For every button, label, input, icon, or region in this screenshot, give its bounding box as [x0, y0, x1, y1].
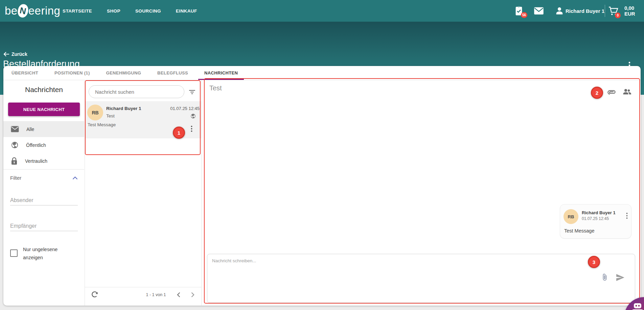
filter-section-header[interactable]: Filter [10, 175, 78, 181]
logo-text-prefix: be [5, 4, 18, 17]
message-sender: Richard Buyer 1 [106, 106, 141, 111]
filter-title: Filter [10, 175, 21, 181]
messages-panel-title: Nachrichten [3, 86, 85, 94]
sender-filter-input[interactable] [10, 195, 78, 205]
chevron-up-icon [72, 176, 78, 180]
sidebar-item-label: Öffentlich [26, 142, 46, 148]
logo[interactable]: beNeering [5, 3, 60, 19]
sidebar-divider [3, 169, 84, 170]
send-icon[interactable] [616, 274, 625, 281]
bubble-more-icon[interactable] [626, 213, 628, 219]
new-message-button[interactable]: NEUE NACHRICHT [8, 103, 80, 116]
message-search [89, 85, 184, 98]
sidebar-item-label: Vertraulich [25, 158, 47, 164]
chat-message-bubble: RB Richard Buyer 1 01.07.25 12:45 Test M… [560, 204, 631, 239]
message-preview: Test Message [88, 122, 116, 127]
mail-icon[interactable] [534, 7, 545, 18]
message-list-item[interactable]: RB Richard Buyer 1 01.07.25 12:45 Test T… [85, 101, 201, 138]
column-divider-right [201, 80, 202, 306]
attach-file-icon[interactable] [601, 273, 608, 282]
chevron-left-icon[interactable] [176, 291, 182, 298]
back-label: Zurück [12, 51, 27, 57]
annotation-badge-2: 2 [591, 87, 603, 99]
tab-genehmigung[interactable]: GENEHMIGUNG [98, 66, 150, 80]
avatar: RB [87, 105, 103, 120]
navbar-divider [605, 5, 605, 17]
bubble-text: Test Message [564, 228, 594, 234]
nav-item-startseite[interactable]: STARTSEITE [63, 8, 92, 14]
nav-item-einkauf[interactable]: EINKAUF [176, 8, 197, 14]
globe-icon [190, 113, 196, 119]
approvals-badge: 56 [521, 12, 527, 18]
back-button[interactable]: Zurück [3, 51, 27, 57]
compose-box [207, 254, 635, 303]
message-subject: Test [106, 113, 115, 118]
tab-positionen[interactable]: POSITIONEN (1) [46, 66, 98, 80]
participants-icon[interactable] [622, 87, 632, 96]
message-timestamp: 01.07.25 12:45 [170, 106, 200, 111]
avatar: RB [564, 209, 578, 224]
user-icon[interactable] [555, 6, 566, 17]
tab-uebersicht[interactable]: ÜBERSICHT [3, 66, 46, 80]
message-more-icon[interactable] [191, 126, 192, 132]
bubble-sender: Richard Buyer 1 [582, 210, 616, 215]
logo-n-icon: N [17, 3, 29, 18]
pagination-label: 1 - 1 von 1 [129, 292, 183, 297]
globe-icon [11, 141, 19, 149]
sidebar-item-alle[interactable]: Alle [3, 121, 84, 137]
main-nav: STARTSEITE SHOP SOURCING EINKAUF [63, 0, 197, 22]
filter-list-icon[interactable] [188, 88, 196, 96]
tab-bar: ÜBERSICHT POSITIONEN (1) GENEHMIGUNG BEL… [3, 66, 641, 80]
user-name[interactable]: Richard Buyer 1 [566, 0, 604, 22]
sidebar-item-oeffentlich[interactable]: Öffentlich [3, 137, 84, 153]
recipient-filter-input[interactable] [10, 221, 78, 231]
thread-title: Test [209, 84, 222, 92]
attachments-icon[interactable] [607, 88, 616, 97]
cart-total[interactable]: 0,00 EUR [624, 0, 644, 22]
tab-content: Nachrichten NEUE NACHRICHT Alle Öffentli… [3, 80, 641, 306]
unread-only-checkbox[interactable] [10, 249, 18, 257]
refresh-icon[interactable] [91, 290, 99, 298]
list-pagination: 1 - 1 von 1 [85, 287, 201, 306]
top-navbar: beNeering STARTSEITE SHOP SOURCING EINKA… [0, 0, 644, 22]
content-card: ÜBERSICHT POSITIONEN (1) GENEHMIGUNG BEL… [3, 66, 641, 306]
tab-nachrichten[interactable]: NACHRICHTEN [196, 66, 246, 80]
tab-belegfluss[interactable]: BELEGFLUSS [149, 66, 196, 80]
cart-badge: 0 [615, 13, 621, 18]
compose-input[interactable] [207, 254, 635, 288]
unread-only-label: Nur ungelesene anzeigen [23, 245, 74, 262]
robot-icon [630, 303, 644, 310]
back-arrow-icon [3, 52, 9, 57]
app-page: beNeering STARTSEITE SHOP SOURCING EINKA… [0, 0, 644, 310]
sidebar-item-vertraulich[interactable]: Vertraulich [3, 153, 84, 169]
nav-item-shop[interactable]: SHOP [107, 8, 120, 14]
logo-text-suffix: eering [28, 4, 61, 17]
sidebar-item-label: Alle [26, 127, 34, 132]
lock-icon [11, 157, 18, 165]
nav-item-sourcing[interactable]: SOURCING [135, 8, 161, 14]
bubble-timestamp: 01.07.25 12:45 [582, 216, 609, 221]
message-search-input[interactable] [89, 86, 184, 98]
mail-icon [11, 126, 19, 132]
chevron-right-icon[interactable] [189, 291, 196, 298]
